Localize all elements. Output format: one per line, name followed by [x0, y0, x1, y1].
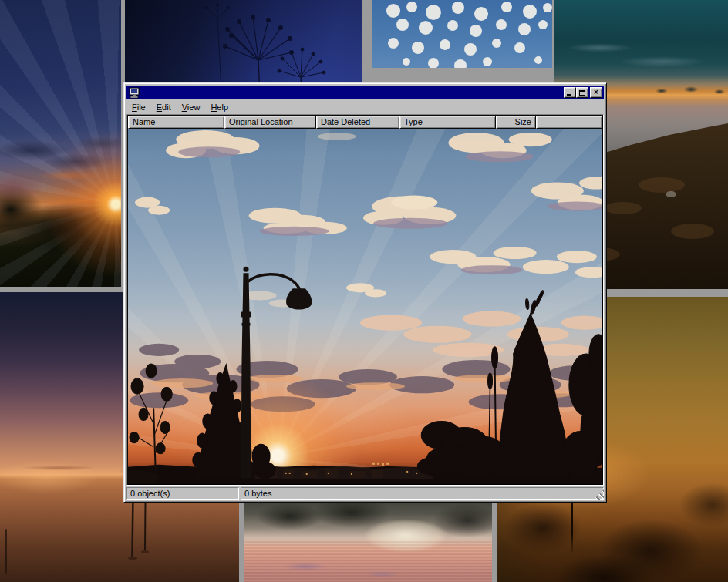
file-list-area[interactable]: Name Original Location Date Deleted Type… [126, 114, 604, 486]
street-lamp [241, 267, 312, 478]
column-header-date-deleted[interactable]: Date Deleted [316, 116, 399, 129]
menu-bar: File Edit View Help [126, 99, 604, 114]
menu-view[interactable]: View [177, 101, 206, 113]
computer-icon[interactable] [128, 87, 140, 99]
status-object-count: 0 object(s) [126, 487, 239, 500]
status-bar: 0 object(s) 0 bytes [126, 487, 604, 500]
cypress-tree [192, 363, 275, 479]
minimize-icon [567, 94, 571, 96]
wallpaper-altocumulus-sky-photo [372, 0, 552, 68]
column-header-name[interactable]: Name [128, 116, 224, 129]
list-view-sunset-photo[interactable] [128, 129, 602, 484]
maximize-icon [579, 90, 585, 96]
column-header-size[interactable]: Size [496, 116, 536, 129]
column-header-type[interactable]: Type [399, 116, 496, 129]
menu-file[interactable]: File [126, 101, 151, 113]
close-button[interactable]: × [590, 87, 602, 98]
minimize-button[interactable] [564, 87, 576, 98]
close-icon: × [594, 89, 598, 96]
column-header-original-location[interactable]: Original Location [224, 116, 316, 129]
menu-edit[interactable]: Edit [151, 101, 177, 113]
pole-silhouette [571, 503, 573, 555]
wallpaper-sunset-rays-photo [0, 0, 121, 287]
column-header-empty[interactable] [536, 116, 602, 129]
column-header-row: Name Original Location Date Deleted Type… [128, 116, 602, 129]
menu-help[interactable]: Help [205, 101, 234, 113]
small-clouds [372, 0, 552, 68]
silhouette-layer [128, 129, 602, 484]
status-total-size: 0 bytes [241, 487, 604, 500]
desktop: { "window": { "title": "", "icon": "comp… [0, 0, 728, 582]
maximize-button[interactable] [576, 87, 588, 98]
window-titlebar[interactable]: × [126, 86, 604, 99]
recycle-bin-window: × File Edit View Help Name Original Loca… [123, 82, 607, 503]
right-tree-group [417, 290, 602, 478]
